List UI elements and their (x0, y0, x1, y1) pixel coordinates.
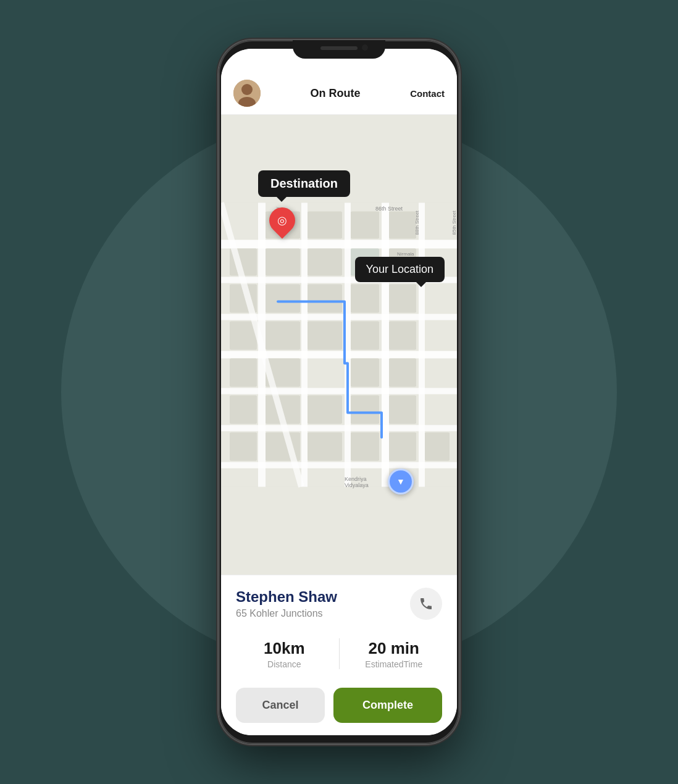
distance-label: Distance (236, 659, 333, 669)
cancel-button[interactable]: Cancel (236, 688, 325, 723)
map-area: 86th Street 88th Street 85th Street Nirm… (221, 115, 457, 575)
svg-text:Kendriya: Kendriya (345, 476, 367, 482)
time-value: 20 min (346, 639, 443, 658)
phone-icon (419, 596, 433, 611)
svg-rect-32 (308, 322, 342, 350)
distance-value: 10km (236, 639, 333, 658)
svg-rect-17 (308, 212, 342, 239)
svg-rect-33 (351, 322, 379, 350)
svg-rect-38 (389, 359, 416, 387)
avatar (233, 80, 261, 107)
svg-rect-43 (389, 396, 416, 424)
svg-rect-26 (266, 285, 300, 313)
svg-rect-12 (301, 203, 308, 487)
time-label: EstimatedTime (346, 659, 443, 669)
call-button[interactable] (410, 588, 442, 620)
user-location-pin: ▼ (388, 469, 414, 494)
svg-rect-27 (308, 285, 342, 313)
distance-stat: 10km Distance (236, 639, 333, 669)
svg-rect-22 (308, 249, 342, 276)
svg-rect-41 (308, 396, 342, 424)
phone-frame: On Route Contact (219, 40, 459, 744)
location-label: Your Location (355, 257, 445, 282)
driver-info: Stephen Shaw 65 Kohler Junctions (236, 588, 442, 620)
svg-rect-44 (230, 433, 257, 461)
svg-text:85th Street: 85th Street (451, 211, 457, 235)
svg-rect-28 (351, 285, 379, 313)
destination-pin: ◎ (269, 207, 295, 233)
notch (293, 40, 385, 59)
svg-rect-15 (419, 203, 425, 487)
header: On Route Contact (221, 49, 457, 115)
svg-rect-49 (425, 433, 450, 461)
svg-rect-34 (389, 322, 416, 350)
svg-rect-31 (266, 322, 300, 350)
action-buttons: Cancel Complete (236, 688, 442, 723)
svg-rect-39 (230, 396, 257, 424)
driver-name: Stephen Shaw (236, 588, 337, 606)
svg-text:Vidyalaya: Vidyalaya (345, 482, 369, 488)
destination-label: Destination (258, 170, 350, 197)
svg-text:Nirmala: Nirmala (397, 251, 414, 257)
svg-rect-29 (389, 285, 416, 313)
screen: On Route Contact (221, 49, 457, 735)
driver-details: Stephen Shaw 65 Kohler Junctions (236, 588, 337, 619)
svg-text:86th Street: 86th Street (375, 206, 403, 212)
stats-row: 10km Distance 20 min EstimatedTime (236, 632, 442, 675)
navigation-icon: ▼ (396, 477, 405, 486)
complete-button[interactable]: Complete (333, 688, 442, 723)
svg-rect-46 (308, 433, 342, 461)
svg-rect-21 (266, 249, 300, 276)
svg-rect-18 (351, 212, 379, 239)
bottom-panel: Stephen Shaw 65 Kohler Junctions 10km Di… (221, 575, 457, 735)
svg-rect-35 (230, 359, 257, 387)
svg-text:88th Street: 88th Street (414, 211, 420, 235)
pin-shape: ◎ (264, 202, 300, 238)
speaker (320, 46, 358, 50)
svg-rect-14 (382, 203, 389, 487)
svg-point-1 (241, 84, 253, 95)
driver-address: 65 Kohler Junctions (236, 608, 337, 619)
svg-rect-19 (389, 212, 416, 239)
user-circle-shape: ▼ (388, 469, 414, 494)
pin-icon: ◎ (277, 214, 287, 227)
contact-button[interactable]: Contact (410, 88, 445, 99)
svg-rect-48 (389, 433, 416, 461)
svg-rect-37 (351, 359, 379, 387)
svg-rect-42 (351, 396, 379, 424)
svg-rect-47 (351, 433, 379, 461)
time-stat: 20 min EstimatedTime (346, 639, 443, 669)
header-title: On Route (261, 87, 410, 100)
camera (362, 44, 368, 51)
stat-divider (339, 638, 340, 669)
